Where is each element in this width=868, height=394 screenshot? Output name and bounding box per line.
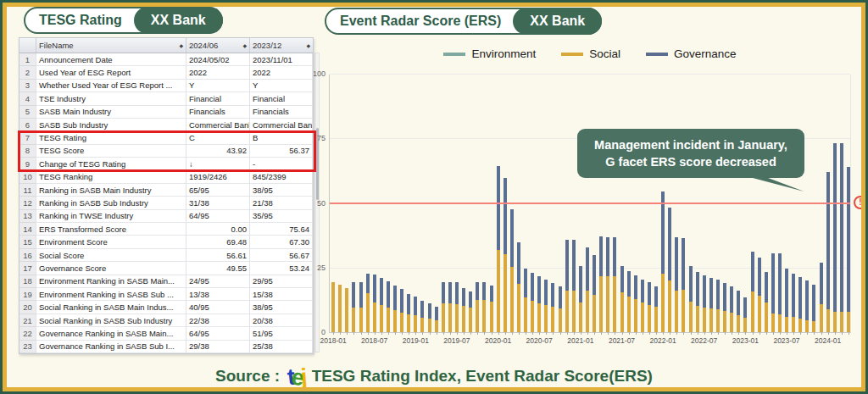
table-row[interactable]: 15Environment Score69.4867.30 xyxy=(19,236,313,248)
bar-seg-governance xyxy=(359,282,363,308)
x-tick xyxy=(526,332,526,335)
table-row[interactable]: 17Governance Score49.5553.24 xyxy=(19,262,313,275)
bar-2018-11 xyxy=(400,289,403,332)
bar-seg-social xyxy=(435,320,438,332)
table-row[interactable]: 21Social Ranking in SASB Sub Industry22/… xyxy=(19,314,313,327)
table-row[interactable]: 7TESG RatingCB xyxy=(19,131,313,144)
bar-seg-social xyxy=(497,250,500,332)
bar-seg-governance xyxy=(579,266,582,303)
table-row[interactable]: 2Used Year of ESG Report20222022 xyxy=(19,66,313,79)
bar-seg-social xyxy=(510,267,514,333)
table-row[interactable]: 22Governance Ranking in SASB Main...64/9… xyxy=(19,327,313,340)
table-row[interactable]: 23Governance Ranking in SASB Sub I...29/… xyxy=(19,341,313,353)
value-2023-12: 38/95 xyxy=(250,301,313,314)
value-2024-06: 22/38 xyxy=(186,314,250,327)
x-tick xyxy=(649,332,650,335)
table-row[interactable]: 9Change of TESG Rating↓- xyxy=(19,158,313,170)
bar-2022-01 xyxy=(661,191,665,332)
value-2024-06: 64/95 xyxy=(186,210,250,223)
legend-item-governance[interactable]: Governance xyxy=(646,47,737,60)
x-tick xyxy=(484,332,485,335)
table-row[interactable]: 18Environment Ranking in SASB Main...24/… xyxy=(19,275,313,288)
value-2023-12: 25/38 xyxy=(250,341,313,353)
bar-2021-04 xyxy=(599,236,603,332)
bar-2023-04 xyxy=(765,272,768,332)
bar-seg-social xyxy=(792,317,795,332)
bar-2022-02 xyxy=(668,208,671,332)
table-row[interactable]: 10TESG Ranking1919/2426845/2399 xyxy=(19,171,313,184)
value-2023-12: 845/2399 xyxy=(250,171,313,184)
col-2024-06-header[interactable]: 2024/06 ◆ xyxy=(186,38,250,53)
sort-icon[interactable]: ◆ xyxy=(179,42,183,48)
source-text: TESG Rating Index, Event Radar Score(ERS… xyxy=(312,367,653,386)
value-2024-06: 49.55 xyxy=(186,262,250,275)
ers-tab: Event Radar Score (ERS) XX Bank xyxy=(325,8,602,35)
bar-seg-governance xyxy=(743,297,747,318)
bar-seg-governance xyxy=(469,291,472,308)
col-2023-12-header[interactable]: 2023/12 ◆ xyxy=(250,38,313,53)
bar-seg-social xyxy=(812,321,815,332)
row-label: Governance Ranking in SASB Main... xyxy=(36,327,186,340)
table-row[interactable]: 8TESG Score43.9256.37 xyxy=(19,145,313,158)
bar-2022-07 xyxy=(703,275,706,332)
value-2023-12: 35/95 xyxy=(250,210,313,223)
bar-seg-social xyxy=(407,314,410,332)
sort-icon[interactable]: ◆ xyxy=(242,42,247,48)
row-label: Social Score xyxy=(36,249,186,262)
row-label: TESG Ranking xyxy=(36,171,186,184)
x-tick xyxy=(698,332,698,335)
row-number: 17 xyxy=(19,262,36,275)
value-2024-06: 65/95 xyxy=(186,184,250,197)
table-row[interactable]: 5SASB Main IndustryFinancialsFinancials xyxy=(19,106,313,119)
row-label: TESG Rating xyxy=(36,131,186,144)
value-2023-12: Y xyxy=(250,80,313,92)
value-2024-06: 0.00 xyxy=(186,223,250,236)
tej-logo: t e j xyxy=(287,367,304,387)
bar-seg-social xyxy=(593,295,596,333)
table-row[interactable]: 1Announcement Date2024/05/022023/11/01 xyxy=(19,53,313,66)
filename-header[interactable]: FileName ◆ xyxy=(36,38,186,53)
bar-seg-governance xyxy=(414,297,417,315)
bar-2019-01 xyxy=(414,297,417,332)
table-row[interactable]: 13Ranking in TWSE Industry64/9535/95 xyxy=(19,210,313,223)
legend-item-social[interactable]: Social xyxy=(561,47,620,60)
row-label: Ranking in TWSE Industry xyxy=(36,210,186,223)
table-row[interactable]: 11Ranking in SASB Main Industry65/9538/9… xyxy=(19,184,313,197)
table-row[interactable]: 4TSE IndustryFinancialFinancial xyxy=(19,92,313,105)
table-row[interactable]: 12Ranking in SASB Sub Industry31/3821/38 xyxy=(19,197,313,209)
bar-seg-social xyxy=(387,308,390,332)
table-row[interactable]: 6SASB Sub IndustryCommercial BanksCommer… xyxy=(19,119,313,131)
x-tick xyxy=(683,332,684,335)
value-2024-06: 2024/05/02 xyxy=(186,53,250,66)
value-2023-12: Commercial Banks xyxy=(250,119,313,131)
table-row[interactable]: 14ERS Transformed Score0.0075.64 xyxy=(19,223,313,236)
bar-seg-governance xyxy=(723,283,726,311)
bar-seg-social xyxy=(675,291,678,332)
tesg-bank-badge: XX Bank xyxy=(134,7,223,34)
bar-2023-05 xyxy=(771,253,775,332)
row-number: 10 xyxy=(19,171,36,184)
sort-icon[interactable]: ◆ xyxy=(306,42,310,48)
value-2023-12: 51/95 xyxy=(250,327,313,340)
bar-2022-10 xyxy=(723,283,726,332)
x-tick xyxy=(738,332,739,335)
row-number: 14 xyxy=(19,223,36,236)
bar-2020-12 xyxy=(572,240,576,332)
bar-2021-05 xyxy=(606,237,609,333)
row-label: Governance Ranking in SASB Sub I... xyxy=(36,341,186,353)
table-row[interactable]: 20Social Ranking in SASB Main Indus...40… xyxy=(19,301,313,314)
bar-2020-06 xyxy=(531,273,534,332)
table-row[interactable]: 19Environment Ranking in SASB Sub ...13/… xyxy=(19,288,313,301)
legend-item-environment[interactable]: Environment xyxy=(443,47,536,60)
row-number: 5 xyxy=(19,106,36,119)
x-tick xyxy=(470,332,471,335)
table-row[interactable]: 16Social Score56.6156.67 xyxy=(19,249,313,262)
x-tick xyxy=(539,332,540,335)
bar-seg-governance xyxy=(778,253,782,314)
x-tick-label: 2022-07 xyxy=(691,336,717,345)
tesg-rating-tab: TESG Rating XX Bank xyxy=(24,7,223,34)
bar-2019-02 xyxy=(420,301,424,333)
value-2024-06: 31/38 xyxy=(186,197,250,209)
table-row[interactable]: 3Whether Used Year of ESG Report ...YY xyxy=(19,80,313,92)
bar-seg-governance xyxy=(435,307,438,320)
